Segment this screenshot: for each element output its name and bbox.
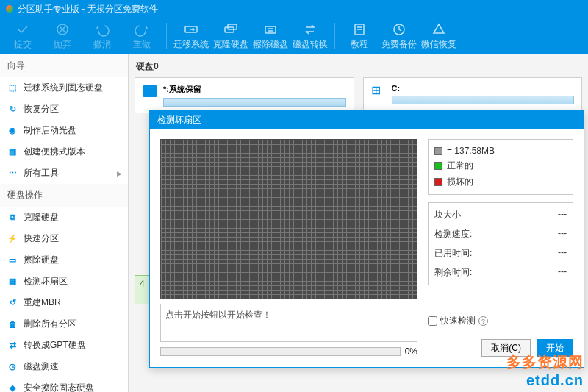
undo-icon: [95, 22, 110, 37]
disk-label: 硬盘0: [136, 60, 582, 73]
separator: [334, 23, 335, 49]
sidebar-item-recover[interactable]: ↻恢复分区: [0, 99, 128, 120]
sidebar-item-secure-erase[interactable]: ◆安全擦除固态硬盘: [0, 377, 128, 392]
migrate-icon: [184, 22, 198, 37]
bolt-icon: ⚡: [7, 234, 18, 244]
convert-icon: ⇄: [7, 341, 18, 351]
window-title: 分区助手专业版 - 无损分区免费软件: [18, 3, 158, 15]
quick-scan-option[interactable]: 快速检测 ?: [428, 315, 573, 327]
sidebar-item-portable[interactable]: ▦创建便携式版本: [0, 141, 128, 163]
partition-name: *:系统保留: [163, 84, 346, 95]
help-icon[interactable]: ?: [478, 316, 488, 326]
clone-button[interactable]: 克隆硬盘: [211, 18, 251, 54]
trash-icon: 🗑: [7, 319, 18, 329]
usage-bar: [163, 98, 346, 107]
sidebar: 向导 ⬚迁移系统到固态硬盘 ↻恢复分区 ◉制作启动光盘 ▦创建便携式版本 ⋯所有…: [0, 54, 129, 392]
commit-button[interactable]: 提交: [3, 18, 43, 54]
swatch-green: [434, 162, 442, 170]
partition-row: *:系统保留 ⊞ C:: [135, 77, 582, 113]
recover-icon: ↻: [7, 104, 18, 115]
app-icon: [6, 5, 13, 13]
gauge-icon: ◷: [7, 362, 18, 372]
sidebar-item-alltools[interactable]: ⋯所有工具▶: [0, 163, 128, 184]
sidebar-item-speedtest[interactable]: ◷磁盘测速: [0, 356, 128, 377]
disc-icon: ◉: [7, 126, 18, 136]
cancel-button[interactable]: 取消(C): [481, 339, 531, 357]
clone-icon: ⧉: [7, 213, 18, 223]
sidebar-group-wizard: 向导: [0, 54, 128, 77]
shield-icon: ◆: [7, 383, 18, 393]
undo-button[interactable]: 撤消: [82, 18, 122, 54]
sidebar-item-rebuildmbr[interactable]: ↺重建MBR: [0, 292, 128, 313]
wechat-button[interactable]: 微信恢复: [419, 18, 459, 54]
erase-icon: ▭: [7, 255, 18, 266]
portable-icon: ▦: [7, 147, 18, 157]
convert-button[interactable]: 磁盘转换: [290, 18, 330, 54]
partition-name: C:: [392, 84, 575, 93]
progress-value: 0%: [405, 346, 417, 357]
check-icon: [15, 22, 30, 37]
convert-icon: [303, 22, 318, 37]
disk-icon: ⬚: [7, 83, 18, 93]
dialog-title: 检测坏扇区: [150, 111, 584, 129]
wechat-icon: [431, 22, 446, 37]
quick-checkbox[interactable]: [428, 316, 437, 326]
swatch-gray: [434, 147, 442, 155]
backup-button[interactable]: 免费备份: [379, 18, 419, 54]
sector-grid: [160, 139, 417, 299]
toolbar: 提交 抛弃 撤消 重做 迁移系统 克隆硬盘 擦除磁盘 磁盘转换 教程 免费备份 …: [0, 18, 588, 54]
start-button[interactable]: 开始: [537, 339, 573, 357]
sidebar-item-badsector[interactable]: ▦检测坏扇区: [0, 271, 128, 292]
more-icon: ⋯: [7, 168, 18, 179]
sidebar-item-bootdisc[interactable]: ◉制作启动光盘: [0, 120, 128, 141]
stats-panel: 块大小--- 检测速度:--- 已用时间:--- 剩余时间:---: [428, 202, 573, 285]
tutorial-button[interactable]: 教程: [340, 18, 379, 54]
sidebar-item-gpt[interactable]: ⇄转换成GPT硬盘: [0, 335, 128, 356]
sidebar-group-diskops: 硬盘操作: [0, 184, 128, 207]
separator: [166, 23, 167, 49]
swatch-red: [434, 178, 442, 186]
redo-icon: [135, 22, 149, 37]
title-bar: 分区助手专业版 - 无损分区免费软件: [0, 0, 588, 18]
bad-sector-dialog: 检测坏扇区 点击开始按钮以开始检查！ 0% = 137.58MB 正常的 损坏的…: [149, 110, 584, 368]
sidebar-item-deleteall[interactable]: 🗑删除所有分区: [0, 313, 128, 335]
close-circle-icon: [55, 22, 70, 37]
message-box: 点击开始按钮以开始检查！: [160, 304, 417, 342]
scan-icon: ▦: [7, 277, 18, 287]
svg-rect-4: [265, 26, 276, 33]
sidebar-item-clone[interactable]: ⧉克隆硬盘: [0, 207, 128, 228]
redo-button[interactable]: 重做: [122, 18, 162, 54]
progress-bar: [160, 347, 401, 356]
chevron-right-icon: ▶: [117, 170, 122, 177]
wipe-icon: [263, 22, 278, 37]
book-icon: [352, 22, 367, 37]
migrate-button[interactable]: 迁移系统: [171, 18, 211, 54]
partition-icon: [143, 85, 157, 97]
usage-bar: [392, 96, 575, 104]
wipe-button[interactable]: 擦除磁盘: [251, 18, 290, 54]
mbr-icon: ↺: [7, 298, 18, 308]
partition-card[interactable]: *:系统保留: [135, 77, 354, 113]
sidebar-item-migrate-ssd[interactable]: ⬚迁移系统到固态硬盘: [0, 77, 128, 99]
windows-icon: ⊞: [371, 85, 386, 97]
backup-icon: [392, 22, 406, 37]
sidebar-item-quickpart[interactable]: ⚡快速分区: [0, 228, 128, 249]
discard-button[interactable]: 抛弃: [43, 18, 82, 54]
sidebar-item-wipe[interactable]: ▭擦除硬盘: [0, 249, 128, 271]
clone-icon: [223, 22, 238, 37]
legend: = 137.58MB 正常的 损坏的: [428, 139, 573, 195]
partition-card[interactable]: ⊞ C:: [363, 77, 583, 113]
